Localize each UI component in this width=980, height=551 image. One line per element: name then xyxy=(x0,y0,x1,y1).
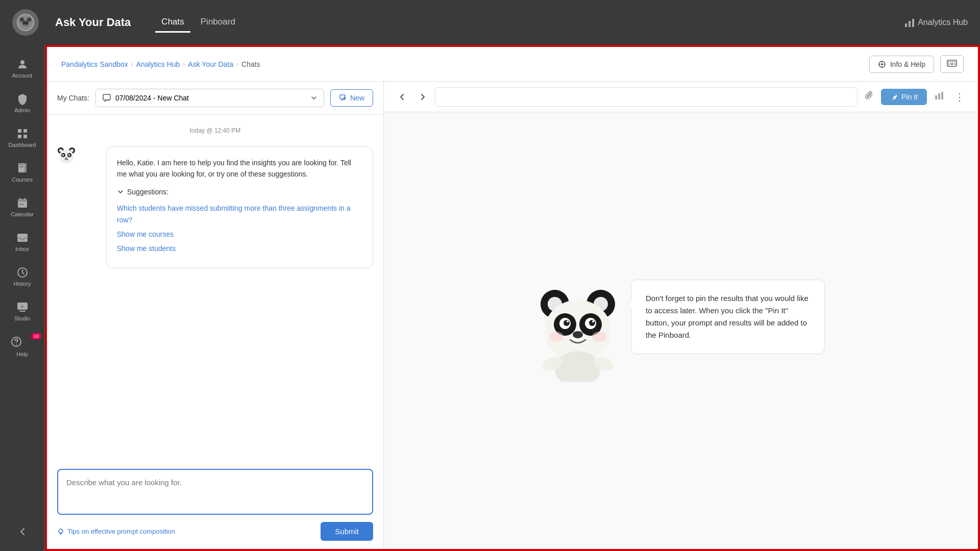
svg-point-73 xyxy=(592,332,606,342)
right-panel-content: Don't forget to pin the results that you… xyxy=(384,112,978,549)
right-arrow-icon xyxy=(418,92,427,102)
tab-chats[interactable]: Chats xyxy=(155,13,190,33)
analytics-hub-link[interactable]: Analytics Hub xyxy=(904,17,968,28)
paperclip-icon[interactable] xyxy=(862,88,877,106)
tab-pinboard[interactable]: Pinboard xyxy=(194,13,241,33)
chat-select-text: 07/08/2024 - New Chat xyxy=(102,93,189,103)
svg-point-51 xyxy=(63,155,64,156)
keyboard-icon-button[interactable] xyxy=(940,55,964,73)
sidebar-item-studio[interactable]: Studio xyxy=(0,294,44,329)
sidebar-item-history[interactable]: History xyxy=(0,259,44,294)
svg-rect-16 xyxy=(19,166,23,167)
sidebar-label-courses: Courses xyxy=(12,177,33,183)
svg-point-72 xyxy=(549,332,564,342)
suggestions-section: Suggestions: Which students have missed … xyxy=(117,186,362,255)
top-nav: Ask Your Data Chats Pinboard Analytics H… xyxy=(0,0,980,45)
breadcrumb-bar: Pandalytics Sandbox › Analytics Hub › As… xyxy=(47,47,978,82)
chat-layout: My Chats: 07/08/2024 - New Chat xyxy=(47,82,978,549)
svg-point-69 xyxy=(567,320,569,322)
svg-point-70 xyxy=(592,320,594,322)
chat-header: My Chats: 07/08/2024 - New Chat xyxy=(47,82,383,115)
svg-rect-20 xyxy=(20,198,21,200)
chat-input[interactable] xyxy=(57,469,373,515)
tips-link[interactable]: Tips on effective prompt composition xyxy=(57,528,175,535)
svg-rect-39 xyxy=(954,64,955,65)
help-icon xyxy=(10,336,22,348)
gear-icon xyxy=(878,60,886,68)
svg-rect-36 xyxy=(954,62,955,63)
main-tabs: Chats Pinboard xyxy=(155,13,241,33)
suggestions-toggle[interactable]: Suggestions: xyxy=(117,186,362,197)
panda-container: Don't forget to pin the results that you… xyxy=(537,280,825,382)
new-chat-button[interactable]: New xyxy=(330,89,373,107)
suggestions-label: Suggestions: xyxy=(127,186,168,197)
sidebar-item-account[interactable]: Account xyxy=(0,51,44,86)
right-search-input[interactable] xyxy=(435,87,857,107)
back-nav-button[interactable] xyxy=(394,89,410,105)
breadcrumb-chats: Chats xyxy=(241,60,260,68)
message-wrapper: Hello, Katie. I am here to help you find… xyxy=(82,146,373,268)
svg-point-68 xyxy=(589,320,595,326)
sidebar-item-dashboard[interactable]: Dashboard xyxy=(0,120,44,155)
suggestion-link-3[interactable]: Show me students xyxy=(117,243,362,254)
message-bubble: Hello, Katie. I am here to help you find… xyxy=(106,146,373,268)
sidebar-item-calendar[interactable]: Calendar xyxy=(0,190,44,224)
play-icon xyxy=(16,301,29,313)
pin-it-label: Pin It xyxy=(901,93,918,101)
svg-point-4 xyxy=(23,22,26,24)
breadcrumb-actions: Info & Help xyxy=(869,55,964,73)
svg-rect-22 xyxy=(19,204,21,205)
sidebar-item-help[interactable]: 10 Help xyxy=(0,329,44,364)
svg-rect-35 xyxy=(952,62,953,63)
sidebar-label-history: History xyxy=(13,281,31,287)
svg-rect-57 xyxy=(941,92,943,99)
more-options-icon[interactable]: ⋮ xyxy=(951,88,968,106)
analytics-icon xyxy=(904,17,915,28)
svg-rect-40 xyxy=(103,94,110,100)
speech-bubble: Don't forget to pin the results that you… xyxy=(631,280,825,354)
shield-icon xyxy=(16,93,29,105)
svg-point-29 xyxy=(16,344,17,345)
main-content: Pandalytics Sandbox › Analytics Hub › As… xyxy=(45,45,980,551)
analytics-hub-label: Analytics Hub xyxy=(918,18,968,27)
svg-rect-23 xyxy=(22,204,23,205)
breadcrumb-askyourdata[interactable]: Ask Your Data xyxy=(188,60,233,68)
breadcrumb-sandbox[interactable]: Pandalytics Sandbox xyxy=(61,60,128,68)
sidebar-label-studio: Studio xyxy=(14,315,30,321)
svg-rect-7 xyxy=(909,21,911,27)
sidebar-label-calendar: Calendar xyxy=(11,211,34,217)
panda-avatar-small xyxy=(57,146,76,165)
svg-rect-10 xyxy=(18,129,21,133)
svg-rect-38 xyxy=(950,64,953,65)
sidebar-item-inbox[interactable]: Inbox xyxy=(0,224,44,259)
suggestion-link-1[interactable]: Which students have missed submitting mo… xyxy=(117,203,362,226)
inbox-icon xyxy=(16,232,29,244)
svg-point-5 xyxy=(26,22,28,24)
svg-rect-32 xyxy=(947,60,957,66)
book-icon xyxy=(16,162,29,174)
submit-button[interactable]: Submit xyxy=(321,522,373,541)
breadcrumb-analytics[interactable]: Analytics Hub xyxy=(136,60,180,68)
chat-input-footer: Tips on effective prompt composition Sub… xyxy=(57,522,373,541)
chat-select-dropdown[interactable]: 07/08/2024 - New Chat xyxy=(95,89,324,107)
bar-chart-icon[interactable] xyxy=(931,87,947,106)
help-badge: 10 xyxy=(31,333,41,339)
sidebar-label-account: Account xyxy=(12,72,33,79)
selected-chat-label: 07/08/2024 - New Chat xyxy=(115,94,189,102)
message-text: Hello, Katie. I am here to help you find… xyxy=(117,157,362,180)
suggestion-link-2[interactable]: Show me courses xyxy=(117,229,362,240)
forward-nav-button[interactable] xyxy=(414,89,431,105)
sidebar-item-courses[interactable]: Courses xyxy=(0,155,44,190)
svg-point-31 xyxy=(881,63,883,65)
my-chats-label: My Chats: xyxy=(57,94,89,102)
sidebar-label-help: Help xyxy=(16,351,28,357)
sidebar-item-admin[interactable]: Admin xyxy=(0,86,44,120)
info-help-button[interactable]: Info & Help xyxy=(869,56,934,73)
svg-point-67 xyxy=(564,320,570,326)
lightbulb-icon xyxy=(57,528,64,535)
sidebar-label-dashboard: Dashboard xyxy=(9,142,36,148)
sidebar-back-button[interactable] xyxy=(0,518,44,545)
pin-it-button[interactable]: Pin It xyxy=(881,89,927,105)
keyboard-icon xyxy=(947,60,957,67)
info-help-label: Info & Help xyxy=(890,60,925,68)
